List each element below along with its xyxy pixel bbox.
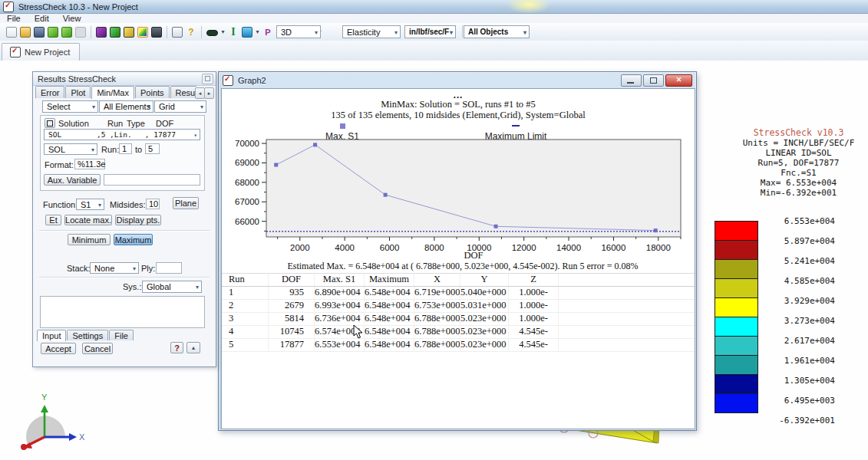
contour-color-band [715,355,758,375]
sys-combo[interactable]: Global [142,281,202,293]
collapse-button[interactable]: ▴ [186,342,200,353]
cancel-button[interactable]: Cancel [82,343,113,354]
table-cell: 6.788e+000 [414,313,460,325]
table-cell: 6.719e+000 [414,287,460,299]
et-button[interactable]: Et [45,215,61,225]
accept-button[interactable]: Accept [41,343,76,354]
display-options-icon[interactable] [137,27,148,38]
dialog-tab-error[interactable]: Error [35,86,64,98]
table-row[interactable]: 5178776.553e+0046.548e+0046.788e+0005.02… [222,339,695,352]
select-mode-value: Select [47,102,71,111]
table-cell: 5.031e+000 [460,300,509,312]
run-from-value: 1 [122,144,127,153]
discipline-combo[interactable]: Elasticity [342,25,401,38]
dialog-tab-resultant[interactable]: Resultant [170,86,196,98]
open-project-icon[interactable] [20,27,31,38]
parameter-tool-icon[interactable]: P [262,27,273,38]
display-pts-button[interactable]: Display pts. [115,215,161,225]
stack-combo[interactable]: None [90,262,139,274]
data-point[interactable] [274,163,278,167]
contour-scale-value: 6.495e+003 [784,396,835,406]
run-to-input[interactable]: 5 [145,143,160,154]
chart-plot[interactable]: 2000400060008000100001200014000160001800… [222,136,696,259]
solution-name-combo[interactable]: SOL [44,143,97,155]
folder-tool-icon[interactable] [242,27,252,38]
model-view-dark-icon[interactable] [151,27,162,38]
data-point[interactable] [654,228,658,232]
save-icon[interactable] [34,27,45,38]
table-cell-filler [559,300,695,312]
dialog-tab-plot[interactable]: Plot [65,86,91,98]
run-from-input[interactable]: 1 [119,143,132,154]
stack-value: None [94,264,114,273]
tab-scroll-right-icon[interactable]: ▸ [204,87,214,99]
table-cell-filler [559,313,695,325]
notes-icon[interactable] [172,27,183,38]
elements-combo[interactable]: All Elements [99,100,153,113]
dropdown-arrow-icon[interactable]: ▾ [219,27,226,38]
aux-variable-input[interactable] [104,174,200,186]
data-point[interactable] [384,193,388,197]
solution-run-combo[interactable]: SOL ,5 ,Lin. , 17877 [44,129,200,140]
dialog-bottom-tab-input[interactable]: Input [37,330,66,341]
table-row[interactable]: 358146.736e+0046.548e+0046.788e+0005.023… [222,313,695,326]
dialog-bottom-tab-file[interactable]: File [109,330,134,340]
contour-color-band [715,278,758,298]
menu-file[interactable]: File [0,14,28,23]
model-view-green-icon[interactable] [110,27,120,38]
data-point[interactable] [494,225,498,228]
solution-select-button[interactable] [45,118,55,128]
tab-new-project[interactable]: New Project [2,43,80,61]
table-row[interactable]: 4107456.574e+0046.548e+0046.788e+0005.02… [222,326,695,339]
select-mode-combo[interactable]: Select [42,100,98,113]
close-button[interactable] [665,74,692,87]
ply-input[interactable] [156,262,182,274]
maximum-button[interactable]: Maximum [114,234,153,245]
sys-label: Sys.: [123,282,141,291]
format-input[interactable]: %11.3e [74,159,105,169]
help-icon[interactable]: ? [186,27,196,38]
help-button[interactable]: ? [170,342,183,353]
export-model-icon[interactable] [61,27,72,38]
restore-button[interactable] [643,74,664,87]
locate-max-button[interactable]: Locate max. [64,215,112,225]
model-view-purple-icon[interactable] [96,27,107,38]
units-combo[interactable]: in/lbf/sec/F [404,25,456,38]
data-point[interactable] [313,143,317,146]
separator [39,230,210,232]
dimension-combo[interactable]: 3D [276,25,321,38]
dialog-tab-points[interactable]: Points [135,86,170,98]
menu-edit[interactable]: Edit [28,14,56,23]
table-row[interactable]: 226796.993e+0046.548e+0046.753e+0005.031… [222,300,695,313]
table-cell: 2 [222,300,269,312]
minimize-button[interactable] [621,74,642,87]
stack-label: Stack: [67,264,91,273]
function-combo[interactable]: S1 [76,199,104,210]
info-line: Fnc.=S1 [720,168,868,178]
minimum-button[interactable]: Minimum [68,234,111,245]
dialog-pin-button[interactable] [202,74,213,84]
table-row[interactable]: 19356.890e+0046.548e+0046.719e+0005.040e… [222,287,695,300]
print-icon[interactable] [75,27,86,38]
dialog-tab-min-max[interactable]: Min/Max [91,86,134,99]
model-view-yellow-icon[interactable] [124,27,134,38]
aux-variable-button[interactable]: Aux. Variable [44,174,101,186]
table-cell: 6.736e+004 [315,313,365,325]
beam-section-icon[interactable]: I [228,27,239,38]
table-cell: 1.000e-001 [509,313,559,325]
select-tool-icon[interactable] [206,30,218,36]
grid-combo[interactable]: Grid [154,100,206,113]
plane-button[interactable]: Plane [173,197,199,209]
objects-combo[interactable]: All Objects [464,25,530,38]
table-cell: 6.890e+004 [315,287,365,299]
menu-view[interactable]: View [56,14,88,23]
dialog-bottom-tab-settings[interactable]: Settings [67,330,108,340]
solution-col-label: Solution [58,119,89,128]
new-document-icon[interactable] [6,27,17,38]
contour-color-band [715,259,758,279]
import-model-icon[interactable] [48,27,58,38]
results-dialog-title-bar[interactable]: Results StressCheck [33,72,216,86]
midsides-input[interactable]: 10 [146,199,160,209]
dropdown-arrow-icon[interactable]: ▾ [254,27,261,38]
results-listbox[interactable] [40,296,205,328]
